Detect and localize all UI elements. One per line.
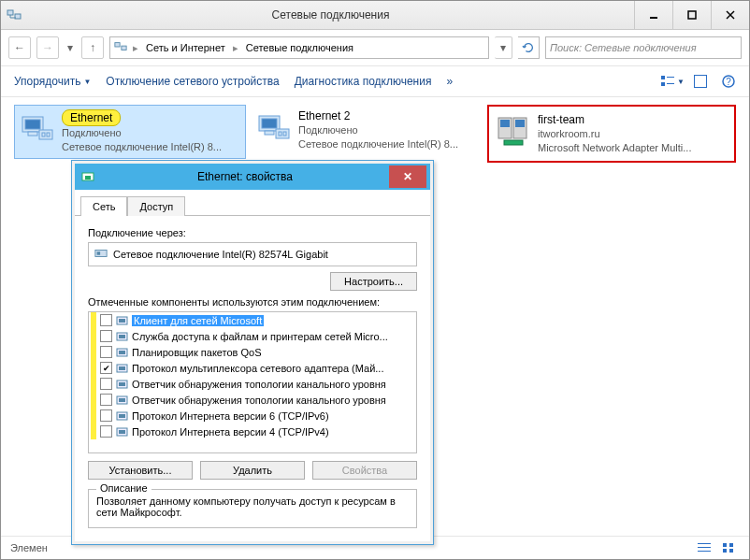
breadcrumb-seg-2[interactable]: Сетевые подключения (244, 42, 355, 53)
connection-device: Сетевое подключение Intel(R) 8... (298, 137, 458, 151)
dialog-close-button[interactable]: ✕ (389, 165, 426, 188)
nav-dropdown[interactable]: ▾ (65, 37, 76, 58)
component-item[interactable]: Планировщик пакетов QoS (89, 344, 416, 360)
component-checkbox[interactable] (100, 425, 112, 438)
component-item[interactable]: Протокол Интернета версии 4 (TCP/IPv4) (89, 424, 416, 439)
organize-menu[interactable]: Упорядочить▼ (8, 71, 96, 92)
svg-rect-57 (119, 430, 125, 434)
svg-rect-55 (119, 414, 125, 418)
dropdown-history[interactable]: ▾ (495, 36, 512, 59)
connection-item[interactable]: Ethernet 2ПодключеноСетевое подключение … (252, 105, 482, 155)
nav-back[interactable]: ← (8, 36, 31, 59)
protocol-icon (116, 346, 128, 358)
highlight-marker (91, 312, 96, 328)
svg-rect-19 (47, 133, 50, 136)
breadcrumb[interactable]: ▸ Сеть и Интернет ▸ Сетевые подключения (109, 36, 489, 59)
svg-rect-36 (723, 549, 727, 553)
svg-rect-32 (698, 547, 711, 548)
svg-rect-45 (119, 335, 125, 338)
tab-access[interactable]: Доступ (127, 196, 185, 216)
component-checkbox[interactable] (100, 314, 112, 326)
svg-rect-6 (115, 43, 120, 47)
component-checkbox[interactable] (100, 346, 112, 358)
breadcrumb-seg-1[interactable]: Сеть и Интернет (144, 42, 227, 53)
close-button[interactable] (711, 1, 749, 29)
uninstall-button[interactable]: Удалить (200, 461, 305, 480)
component-label: Клиент для сетей Microsoft (132, 315, 264, 326)
component-checkbox[interactable] (100, 378, 112, 390)
minimize-button[interactable] (634, 1, 672, 29)
svg-rect-7 (122, 46, 126, 50)
protocol-icon (116, 409, 128, 422)
component-label: Протокол Интернета версии 4 (TCP/IPv4) (132, 426, 329, 438)
search-input[interactable]: Поиск: Сетевые подключения (545, 36, 742, 59)
connection-name: Ethernet 2 (298, 108, 458, 123)
component-item[interactable]: ✔Протокол мультиплексора сетевого адапте… (89, 360, 416, 376)
status-text: Элемен (10, 542, 48, 553)
highlight-marker (91, 408, 96, 424)
component-item[interactable]: Служба доступа к файлам и принтерам сете… (89, 328, 416, 344)
svg-rect-15 (25, 120, 40, 129)
component-item[interactable]: Протокол Интернета версии 6 (TCP/IPv6) (89, 408, 416, 424)
description-legend: Описание (96, 482, 151, 494)
svg-rect-43 (119, 319, 125, 323)
description-text: Позволяет данному компьютеру получать до… (96, 495, 409, 518)
window-title: Сетевые подключения (27, 8, 634, 22)
component-label: Служба доступа к файлам и принтерам сете… (132, 331, 388, 342)
icons-view-button[interactable] (717, 538, 740, 557)
preview-pane-button[interactable] (687, 70, 714, 93)
network-connections-icon (7, 7, 22, 22)
maximize-button[interactable] (672, 1, 711, 29)
svg-rect-39 (85, 176, 91, 179)
component-label: Ответчик обнаружения топологии канальног… (132, 379, 386, 390)
svg-rect-41 (97, 251, 101, 255)
component-label: Протокол мультиплексора сетевого адаптер… (132, 363, 383, 374)
team-nic-icon (495, 112, 532, 150)
component-checkbox[interactable] (100, 409, 112, 422)
highlight-marker (91, 376, 96, 392)
disable-device-button[interactable]: Отключение сетевого устройства (100, 71, 284, 92)
nav-up[interactable]: ↑ (81, 36, 104, 59)
svg-rect-33 (698, 551, 711, 552)
svg-rect-31 (698, 543, 711, 544)
svg-rect-47 (119, 351, 125, 354)
connection-status: Подключено (298, 123, 458, 137)
svg-rect-8 (661, 76, 665, 79)
details-view-button[interactable] (693, 538, 715, 557)
view-mode-button[interactable]: ▼ (659, 70, 685, 93)
component-label: Планировщик пакетов QoS (132, 347, 262, 358)
more-commands[interactable]: » (440, 71, 458, 92)
connection-item[interactable]: EthernetПодключеноСетевое подключение In… (14, 105, 246, 159)
component-item[interactable]: Клиент для сетей Microsoft (89, 312, 416, 328)
svg-text:?: ? (726, 77, 731, 87)
svg-rect-25 (283, 132, 286, 136)
component-item[interactable]: Ответчик обнаружения топологии канальног… (89, 376, 416, 392)
nav-forward[interactable]: → (36, 36, 59, 59)
svg-rect-18 (42, 133, 45, 136)
nic-icon (19, 109, 56, 147)
components-label: Отмеченные компоненты используются этим … (88, 296, 417, 308)
svg-rect-10 (661, 82, 665, 86)
svg-rect-11 (667, 83, 674, 84)
ethernet-icon (80, 169, 95, 184)
protocol-icon (116, 425, 128, 438)
highlight-marker (91, 328, 96, 344)
connection-item[interactable]: first-teamitworkroom.ruMicrosoft Network… (491, 108, 732, 159)
highlight-marker (91, 344, 96, 360)
svg-rect-22 (265, 131, 274, 135)
component-item[interactable]: Ответчик обнаружения топологии канальног… (89, 392, 416, 408)
component-checkbox[interactable]: ✔ (100, 362, 112, 374)
component-checkbox[interactable] (100, 330, 112, 342)
tab-network[interactable]: Сеть (80, 196, 127, 216)
svg-rect-9 (667, 77, 674, 78)
configure-button[interactable]: Настроить... (330, 272, 417, 291)
svg-rect-21 (262, 119, 277, 128)
components-list[interactable]: Клиент для сетей MicrosoftСлужба доступа… (88, 311, 417, 453)
refresh-button[interactable] (518, 36, 540, 59)
diagnose-button[interactable]: Диагностика подключения (289, 71, 438, 92)
nic-icon (255, 108, 293, 146)
install-button[interactable]: Установить... (88, 461, 193, 480)
component-checkbox[interactable] (100, 394, 112, 406)
protocol-icon (116, 330, 128, 342)
help-button[interactable]: ? (715, 70, 742, 93)
